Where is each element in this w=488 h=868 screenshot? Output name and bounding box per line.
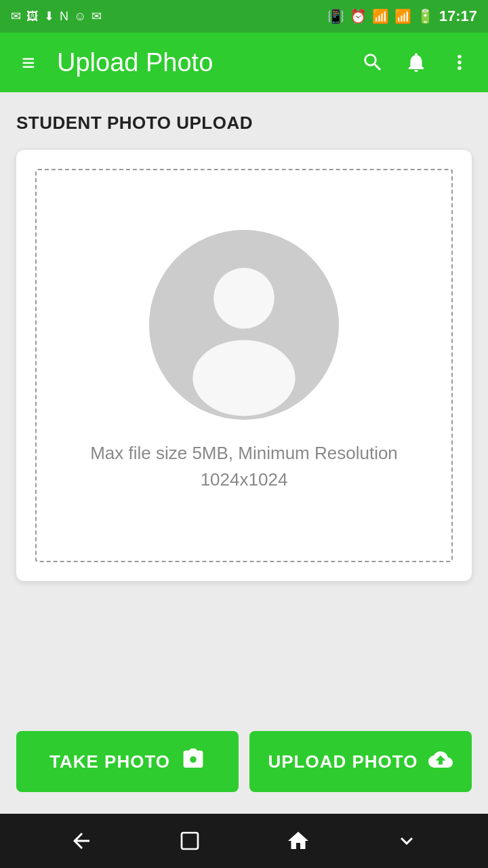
svg-rect-3 [182,833,198,849]
mail2-icon: ✉ [92,9,102,24]
signal-icon: 📶 [394,8,411,24]
app-bar-title: Upload Photo [57,48,344,77]
down-icon [394,829,419,853]
avatar-circle [149,230,339,420]
nav-home-button[interactable] [278,821,319,861]
main-content: STUDENT PHOTO UPLOAD Max file size 5MB, … [0,92,488,709]
more-vert-icon [448,51,471,74]
nav-bar [0,814,488,868]
photo-card: Max file size 5MB, Minimum Resolution 10… [16,150,472,581]
upload-photo-label: UPLOAD PHOTO [268,751,418,772]
wifi-icon: 📶 [372,8,389,24]
status-time: 17:17 [439,7,477,25]
home-icon [286,829,310,853]
back-icon [69,829,94,853]
face-icon: ☺ [74,9,86,24]
avatar-icon [149,230,339,420]
bell-icon [405,51,428,74]
take-photo-button[interactable]: TAKE PHOTO [16,731,239,792]
battery-icon: 🔋 [417,8,434,24]
section-title: STUDENT PHOTO UPLOAD [16,113,472,134]
nav-down-button[interactable] [386,821,427,861]
vibrate-icon: 📳 [327,8,344,24]
search-button[interactable] [358,47,388,77]
nav-square-button[interactable] [169,821,210,861]
file-info: Max file size 5MB, Minimum Resolution 10… [50,440,438,493]
download-icon: ⬇ [44,9,54,24]
more-button[interactable] [445,47,474,77]
menu-button[interactable]: ≡ [14,47,43,77]
status-bar: ✉ 🖼 ⬇ N ☺ ✉ 📳 ⏰ 📶 📶 🔋 17:17 [0,0,488,33]
upload-photo-button[interactable]: UPLOAD PHOTO [249,731,472,792]
svg-point-1 [214,268,274,329]
avatar-placeholder [149,230,339,420]
drop-zone[interactable]: Max file size 5MB, Minimum Resolution 10… [35,169,453,562]
n-icon: N [60,9,68,24]
status-icons-right: 📳 ⏰ 📶 📶 🔋 17:17 [327,7,477,25]
notification-button[interactable] [401,47,431,77]
file-info-text: Max file size 5MB, Minimum Resolution 10… [90,443,398,490]
svg-point-2 [192,340,295,416]
square-icon [179,830,201,852]
app-bar: ≡ Upload Photo [0,33,488,92]
camera-icon [181,747,205,776]
buttons-row: TAKE PHOTO UPLOAD PHOTO [0,709,488,814]
upload-icon [428,747,453,776]
take-photo-label: TAKE PHOTO [49,751,170,772]
image-icon: 🖼 [26,9,39,24]
status-icons-left: ✉ 🖼 ⬇ N ☺ ✉ [11,9,102,24]
hamburger-icon: ≡ [22,50,35,76]
search-icon [361,51,384,74]
mail-icon: ✉ [11,9,21,24]
nav-back-button[interactable] [61,821,102,861]
alarm-icon: ⏰ [350,8,367,24]
